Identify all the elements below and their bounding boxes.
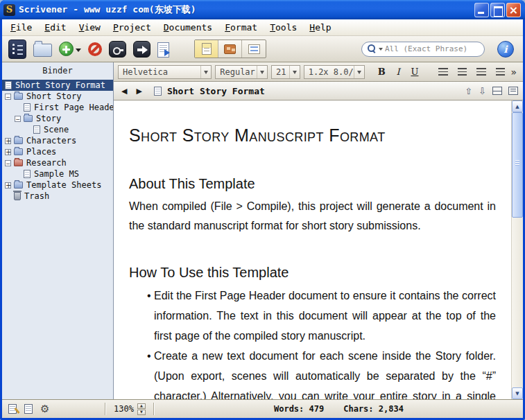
align-justify-button[interactable] — [496, 68, 506, 76]
binder-item-places[interactable]: Places — [2, 146, 113, 157]
scrollbar-thumb[interactable] — [512, 112, 523, 218]
align-left-button[interactable] — [438, 68, 448, 76]
bold-button[interactable]: B — [375, 65, 388, 79]
zoom-value[interactable]: 130% — [114, 404, 134, 414]
binder-item-label: Scene — [44, 125, 69, 134]
font-family-dropdown[interactable]: Helvetica — [118, 65, 212, 79]
search-scope-caret-icon[interactable] — [379, 48, 383, 53]
next-document-button[interactable] — [479, 87, 486, 96]
toolbar-overflow-button[interactable]: » — [508, 67, 519, 78]
format-bar: Helvetica Regular 21 1.2x 8.0/0.0 B I U — [114, 62, 523, 82]
binder-item-sample-ms[interactable]: Sample MS — [2, 168, 113, 180]
edit-document-icon[interactable] — [8, 404, 17, 414]
search-input[interactable] — [385, 44, 479, 53]
add-dropdown-caret-icon[interactable] — [76, 49, 81, 55]
scrollbar-track[interactable] — [512, 112, 523, 387]
minimize-button[interactable] — [474, 3, 489, 17]
previous-document-button[interactable] — [465, 87, 472, 96]
delete-button[interactable] — [88, 42, 102, 56]
align-center-button[interactable] — [458, 68, 467, 76]
binder-icon — [8, 40, 26, 59]
maximize-button[interactable] — [490, 3, 505, 17]
menu-project[interactable]: Project — [107, 20, 157, 35]
search-box[interactable] — [361, 42, 485, 57]
line-spacing-dropdown[interactable]: 1.2x 8.0/0.0 — [304, 65, 365, 79]
binder-toggle-button[interactable] — [8, 40, 26, 59]
status-bar-icons — [2, 400, 105, 418]
split-editor-button[interactable] — [492, 87, 502, 95]
section-heading-how-to: How To Use this Template — [129, 265, 496, 281]
collapse-icon[interactable] — [5, 94, 11, 100]
binder-item-research[interactable]: Research — [2, 157, 113, 168]
document-title: Short Story Manuscript Format — [129, 125, 496, 146]
chevron-down-icon — [289, 66, 300, 78]
window-controls — [474, 3, 521, 17]
binder-item-template-sheets[interactable]: Template Sheets — [2, 180, 113, 191]
close-button[interactable] — [506, 3, 521, 17]
zoom-in-button[interactable] — [137, 403, 146, 409]
binder-item-short-story-format[interactable]: Short Story Format — [2, 80, 113, 91]
editor-header-controls — [465, 87, 518, 96]
folder-icon — [24, 115, 33, 122]
outline-view-button[interactable] — [242, 40, 266, 58]
char-count: Chars: 2,834 — [343, 404, 404, 414]
align-right-button[interactable] — [476, 68, 486, 76]
binder-item-scene[interactable]: Scene — [2, 124, 113, 135]
scroll-down-button[interactable] — [512, 387, 523, 399]
menu-format[interactable]: Format — [218, 20, 264, 35]
binder-item-characters[interactable]: Characters — [2, 135, 113, 146]
expand-icon[interactable] — [5, 138, 11, 144]
export-button[interactable] — [157, 41, 169, 58]
menu-view[interactable]: View — [73, 20, 107, 35]
document-icon — [24, 170, 31, 178]
underline-button[interactable]: U — [408, 65, 422, 79]
editor-scrollbar[interactable] — [511, 100, 523, 399]
document-view-icon — [202, 43, 212, 55]
binder-item-short-story[interactable]: Short Story — [2, 91, 113, 102]
document-view-button[interactable] — [195, 40, 218, 58]
main-toolbar: i — [2, 36, 523, 62]
menu-tools[interactable]: Tools — [264, 20, 303, 35]
scroll-up-button[interactable] — [512, 100, 523, 112]
menu-help[interactable]: Help — [303, 20, 337, 35]
italic-button[interactable]: I — [392, 65, 405, 79]
binder-item-story[interactable]: Story — [2, 113, 113, 124]
menu-documents[interactable]: Documents — [157, 20, 218, 35]
font-size-dropdown[interactable]: 21 — [271, 65, 300, 79]
back-button[interactable] — [119, 87, 130, 96]
corkboard-view-button[interactable] — [218, 40, 242, 58]
search-icon[interactable] — [368, 44, 377, 53]
gear-icon[interactable] — [40, 404, 49, 414]
document-notes-icon[interactable] — [24, 404, 33, 414]
app-icon: S — [3, 4, 15, 16]
window-title: Scrivener - www uzzf com(东坡下载) — [19, 3, 474, 16]
zoom-out-button[interactable] — [137, 410, 146, 415]
binder-item-label: First Page Header — [34, 103, 113, 112]
zoom-control[interactable]: 130% — [106, 400, 153, 418]
binder-item-trash[interactable]: Trash — [2, 191, 113, 202]
compose-mode-button[interactable] — [109, 41, 126, 58]
editor-options-button[interactable] — [508, 87, 518, 95]
binder-item-first-page-header[interactable]: First Page Header — [2, 102, 113, 113]
editor-text-area[interactable]: Short Story Manuscript Format About This… — [114, 100, 511, 399]
arrow-icon — [133, 41, 150, 58]
add-item-button[interactable] — [59, 42, 81, 56]
compile-button[interactable] — [133, 41, 150, 58]
collapse-icon[interactable] — [5, 160, 11, 166]
titlebar[interactable]: S Scrivener - www uzzf com(东坡下载) — [0, 0, 525, 19]
menu-file[interactable]: File — [4, 20, 38, 35]
forward-button[interactable] — [133, 87, 144, 96]
expand-icon[interactable] — [5, 149, 11, 155]
font-style-dropdown[interactable]: Regular — [215, 65, 268, 79]
menu-edit[interactable]: Edit — [38, 20, 72, 35]
collections-button[interactable] — [33, 41, 52, 57]
binder-panel-title: Binder — [2, 62, 113, 78]
inspector-button[interactable]: i — [497, 41, 514, 58]
expand-icon[interactable] — [5, 182, 11, 189]
collapse-icon[interactable] — [15, 116, 21, 122]
binder-item-label: Trash — [24, 191, 49, 201]
document-export-icon — [157, 42, 169, 58]
chevron-down-icon — [354, 66, 364, 78]
view-mode-switcher — [194, 40, 266, 58]
research-folder-icon — [14, 159, 23, 166]
